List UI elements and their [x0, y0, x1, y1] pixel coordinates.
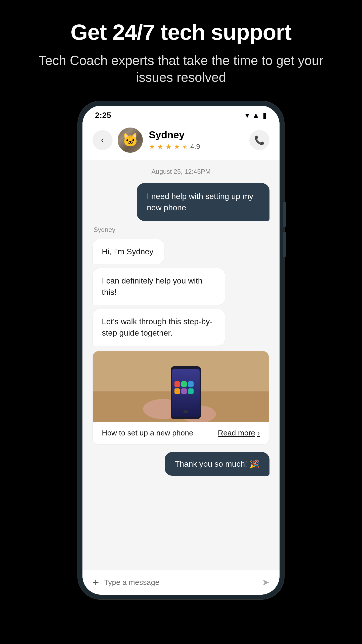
agent-message-1: Hi, I'm Sydney.	[102, 247, 155, 256]
star-half: ★	[182, 143, 188, 151]
phone-frame: 2:25 ▾ ▲ ▮ ‹ 🐱 Sydney ★ ★ ★	[78, 101, 284, 599]
volume-button-1	[283, 202, 286, 227]
agent-bubble-3: Let's walk through this step-by-step gui…	[93, 309, 225, 346]
svg-rect-10	[174, 388, 180, 394]
agent-info: 🐱 Sydney ★ ★ ★ ★ ★ 4.9	[113, 128, 249, 153]
stars-row: ★ ★ ★ ★ ★ 4.9	[149, 143, 200, 151]
thanks-message-container: Thank you so much! 🎉	[93, 452, 269, 476]
svg-rect-11	[181, 388, 187, 394]
battery-icon: ▮	[263, 111, 267, 120]
svg-rect-12	[188, 388, 194, 394]
chevron-right-icon: ›	[257, 429, 260, 437]
wifi-icon: ▾	[245, 111, 249, 120]
thanks-bubble: Thank you so much! 🎉	[165, 452, 269, 476]
send-button[interactable]: ➤	[262, 577, 269, 588]
back-button[interactable]: ‹	[93, 130, 113, 150]
phone-screen: 2:25 ▾ ▲ ▮ ‹ 🐱 Sydney ★ ★ ★	[82, 106, 280, 595]
main-title: Get 24/7 tech support	[30, 20, 332, 45]
svg-rect-9	[188, 381, 194, 387]
star-1: ★	[149, 143, 155, 151]
agent-label: Sydney	[93, 226, 115, 234]
signal-icon: ▲	[252, 111, 260, 119]
svg-rect-8	[181, 381, 187, 387]
input-area: + ➤	[82, 570, 280, 595]
agent-name: Sydney	[149, 129, 200, 141]
agent-name-section: Sydney ★ ★ ★ ★ ★ 4.9	[149, 129, 200, 151]
article-image	[93, 351, 269, 422]
status-icons: ▾ ▲ ▮	[245, 111, 267, 120]
article-title: How to set up a new phone	[102, 429, 193, 437]
status-time: 2:25	[95, 111, 111, 120]
agent-avatar: 🐱	[118, 128, 143, 153]
article-card[interactable]: How to set up a new phone Read more ›	[93, 351, 269, 445]
header-section: Get 24/7 tech support Tech Coach experts…	[0, 0, 362, 101]
agent-message-2: I can definitely help you with this!	[102, 276, 202, 297]
star-2: ★	[157, 143, 163, 151]
top-nav: ‹ 🐱 Sydney ★ ★ ★ ★ ★ 4.9 📞	[82, 123, 280, 160]
rating-number: 4.9	[190, 143, 200, 151]
read-more-text: Read more	[218, 429, 255, 437]
call-button[interactable]: 📞	[249, 130, 269, 150]
message-input[interactable]	[104, 578, 257, 587]
article-footer: How to set up a new phone Read more ›	[93, 422, 269, 444]
svg-point-13	[183, 410, 188, 413]
chat-area: August 25, 12:45PM I need help with sett…	[82, 160, 280, 570]
agent-message-3: Let's walk through this step-by-step gui…	[102, 317, 212, 337]
status-bar: 2:25 ▾ ▲ ▮	[82, 106, 280, 123]
agent-bubble-1: Hi, I'm Sydney.	[93, 239, 164, 265]
agent-bubble-2: I can definitely help you with this!	[93, 268, 225, 305]
attachment-button[interactable]: +	[93, 576, 99, 589]
user-message-container: I need help with setting up my new phone	[93, 183, 269, 221]
avatar-image: 🐱	[118, 128, 143, 153]
volume-button-2	[283, 232, 286, 257]
star-3: ★	[165, 143, 172, 151]
chat-timestamp: August 25, 12:45PM	[93, 168, 269, 176]
agent-messages-container: Sydney Hi, I'm Sydney. I can definitely …	[93, 226, 269, 445]
star-4: ★	[174, 143, 180, 151]
user-message-bubble: I need help with setting up my new phone	[137, 183, 269, 221]
read-more-link[interactable]: Read more ›	[218, 429, 260, 437]
subtitle: Tech Coach experts that take the time to…	[30, 52, 332, 86]
svg-rect-7	[174, 381, 180, 387]
